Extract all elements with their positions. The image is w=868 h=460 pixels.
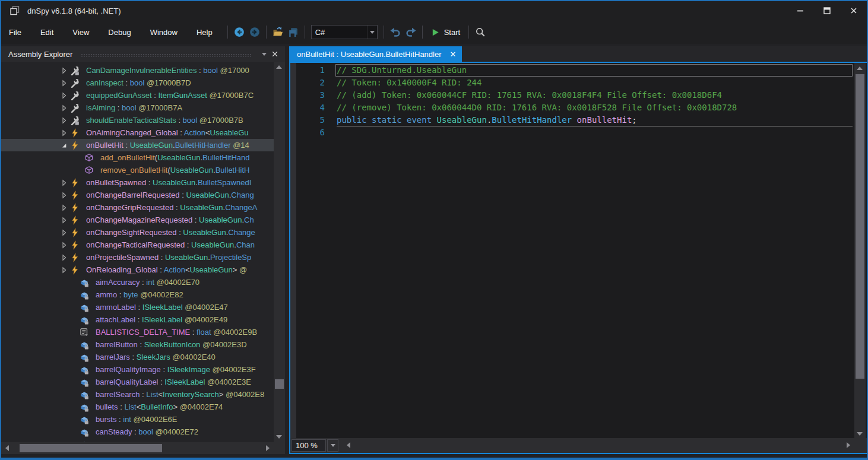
- tree-row[interactable]: bursts : int @04002E6E: [1, 413, 274, 426]
- zoom-level-select[interactable]: 100 %: [292, 439, 326, 452]
- editor-vertical-scrollbar[interactable]: [854, 63, 866, 438]
- expander-icon[interactable]: [59, 215, 69, 225]
- zoom-dropdown-button[interactable]: [327, 439, 338, 452]
- tree-row-label: onChangeSightRequested : UseableGun.Chan…: [86, 228, 255, 237]
- menu-view[interactable]: View: [65, 25, 97, 40]
- language-dropdown-button[interactable]: [367, 26, 377, 39]
- scroll-up-arrow-icon[interactable]: [276, 65, 282, 69]
- tree-row[interactable]: [1, 438, 274, 442]
- tree-row[interactable]: barrelSearch : List<InventorySearch> @04…: [1, 388, 274, 401]
- close-button[interactable]: [840, 1, 867, 20]
- editor-horizontal-scrollbar[interactable]: [343, 439, 851, 452]
- tree-row[interactable]: isAiming : bool @17000B7A: [1, 101, 274, 114]
- tree-row-label: attachLabel : ISleekLabel @04002E49: [96, 315, 227, 324]
- tree-row[interactable]: barrelJars : SleekJars @04002E40: [1, 351, 274, 363]
- menu-debug[interactable]: Debug: [100, 25, 138, 40]
- toolbar-separator: [468, 26, 469, 39]
- tree-row[interactable]: onProjectileSpawned : UseableGun.Project…: [1, 251, 274, 264]
- tree-row[interactable]: BALLISTICS_DELTA_TIME : float @04002E9B: [1, 326, 274, 338]
- tree-hscroll-thumb[interactable]: [20, 444, 162, 452]
- tree-row[interactable]: aimAccuracy : int @04002E70: [1, 276, 274, 288]
- expander-icon[interactable]: [59, 128, 69, 138]
- scroll-left-arrow-icon[interactable]: [5, 445, 9, 451]
- scroll-down-arrow-icon[interactable]: [276, 435, 282, 439]
- expander-spacer: [69, 427, 78, 437]
- menu-edit[interactable]: Edit: [33, 25, 61, 40]
- menu-file[interactable]: File: [1, 25, 29, 40]
- tree-row[interactable]: attachLabel : ISleekLabel @04002E49: [1, 313, 274, 326]
- tree-vscroll-thumb[interactable]: [275, 379, 284, 389]
- tree-row[interactable]: OnAimingChanged_Global : Action<UseableG…: [1, 126, 274, 139]
- tree-row[interactable]: add_onBulletHit(UseableGun.BulletHitHand: [1, 151, 274, 164]
- editor-vscroll-thumb[interactable]: [856, 74, 864, 379]
- expander-icon[interactable]: [59, 253, 69, 262]
- tree-row[interactable]: ammoLabel : ISleekLabel @04002E47: [1, 301, 274, 313]
- scroll-up-arrow-icon[interactable]: [857, 66, 863, 70]
- tree-row[interactable]: equippedGunAsset : ItemGunAsset @17000B7…: [1, 89, 274, 101]
- start-debug-button[interactable]: Start: [426, 26, 465, 39]
- property-icon: [70, 116, 81, 125]
- panel-menu-button[interactable]: [259, 49, 270, 59]
- line-number: 6: [290, 126, 325, 139]
- expander-icon[interactable]: [59, 178, 69, 188]
- expander-icon[interactable]: [59, 116, 69, 125]
- tree-row[interactable]: onBulletSpawned : UseableGun.BulletSpawn…: [1, 176, 274, 189]
- chevron-down-icon: [331, 444, 335, 447]
- tab-onbullethit[interactable]: onBulletHit : UseableGun.BulletHitHandle…: [290, 46, 462, 62]
- navigate-back-button[interactable]: [232, 24, 247, 40]
- expander-icon[interactable]: [59, 103, 69, 113]
- scroll-down-arrow-icon[interactable]: [857, 432, 863, 436]
- scroll-right-arrow-icon[interactable]: [847, 442, 850, 448]
- minimize-button[interactable]: [787, 1, 813, 20]
- tree-vertical-scrollbar[interactable]: [274, 62, 285, 442]
- tree-row[interactable]: onChangeMagazineRequested : UseableGun.C…: [1, 214, 274, 226]
- menu-help[interactable]: Help: [189, 25, 220, 40]
- expander-spacer: [69, 415, 78, 424]
- expander-icon[interactable]: [59, 228, 69, 237]
- tree-row[interactable]: bullets : List<BulletInfo> @04002E74: [1, 401, 274, 413]
- tree-row[interactable]: barrelButton : SleekButtonIcon @04002E3D: [1, 338, 274, 351]
- tree-row[interactable]: CanDamageInvulnerableEntities : bool @17…: [1, 64, 274, 77]
- undo-button[interactable]: [388, 24, 403, 40]
- tab-close-icon[interactable]: ✕: [450, 50, 457, 58]
- maximize-button[interactable]: [813, 1, 840, 20]
- code-editor[interactable]: 1// SDG.Unturned.UseableGun2// Token: 0x…: [290, 63, 867, 438]
- expander-icon[interactable]: [59, 240, 69, 250]
- expander-icon[interactable]: [59, 78, 69, 88]
- expander-icon[interactable]: [59, 265, 69, 275]
- assembly-explorer-header[interactable]: Assembly Explorer: [1, 46, 285, 62]
- panel-drag-grip[interactable]: [81, 53, 252, 57]
- event-icon: [70, 240, 81, 250]
- language-select[interactable]: C#: [311, 25, 378, 39]
- save-all-button[interactable]: [286, 24, 301, 40]
- open-file-button[interactable]: [270, 24, 286, 40]
- scroll-right-arrow-icon[interactable]: [266, 445, 270, 451]
- tree-row[interactable]: shouldEnableTacticalStats : bool @17000B…: [1, 114, 274, 126]
- tree-row[interactable]: canSteady : bool @04002E72: [1, 426, 274, 438]
- tree-row[interactable]: onChangeSightRequested : UseableGun.Chan…: [1, 226, 274, 239]
- tree-row[interactable]: OnReloading_Global : Action<UseableGun> …: [1, 264, 274, 276]
- scroll-left-arrow-icon[interactable]: [347, 442, 350, 448]
- assembly-explorer-tree[interactable]: CanDamageInvulnerableEntities : bool @17…: [1, 62, 274, 442]
- tree-row-label: shouldEnableTacticalStats : bool @17000B…: [86, 116, 243, 125]
- tree-row[interactable]: onChangeBarrelRequested : UseableGun.Cha…: [1, 189, 274, 201]
- tree-row[interactable]: canInspect : bool @17000B7D: [1, 77, 274, 89]
- tree-row[interactable]: onChangeTacticalRequested : UseableGun.C…: [1, 239, 274, 251]
- expander-icon[interactable]: [59, 203, 69, 212]
- tree-row[interactable]: remove_onBulletHit(UseableGun.BulletHitH: [1, 164, 274, 176]
- menu-window[interactable]: Window: [142, 25, 185, 40]
- redo-button[interactable]: [403, 24, 419, 40]
- expander-icon[interactable]: [59, 141, 69, 150]
- tree-row[interactable]: onBulletHit : UseableGun.BulletHitHandle…: [1, 139, 274, 151]
- tree-row[interactable]: onChangeGripRequested : UseableGun.Chang…: [1, 201, 274, 214]
- panel-close-button[interactable]: [270, 49, 280, 59]
- navigate-forward-button[interactable]: [247, 24, 262, 40]
- expander-icon[interactable]: [59, 191, 69, 200]
- tree-row[interactable]: ammo : byte @04002E82: [1, 288, 274, 301]
- tree-row[interactable]: barrelQualityLabel : ISleekLabel @04002E…: [1, 376, 274, 388]
- tree-horizontal-scrollbar[interactable]: [1, 442, 274, 454]
- expander-icon[interactable]: [59, 91, 69, 100]
- expander-icon[interactable]: [59, 66, 69, 75]
- tree-row[interactable]: barrelQualityImage : ISleekImage @04002E…: [1, 363, 274, 376]
- search-button[interactable]: [473, 24, 488, 40]
